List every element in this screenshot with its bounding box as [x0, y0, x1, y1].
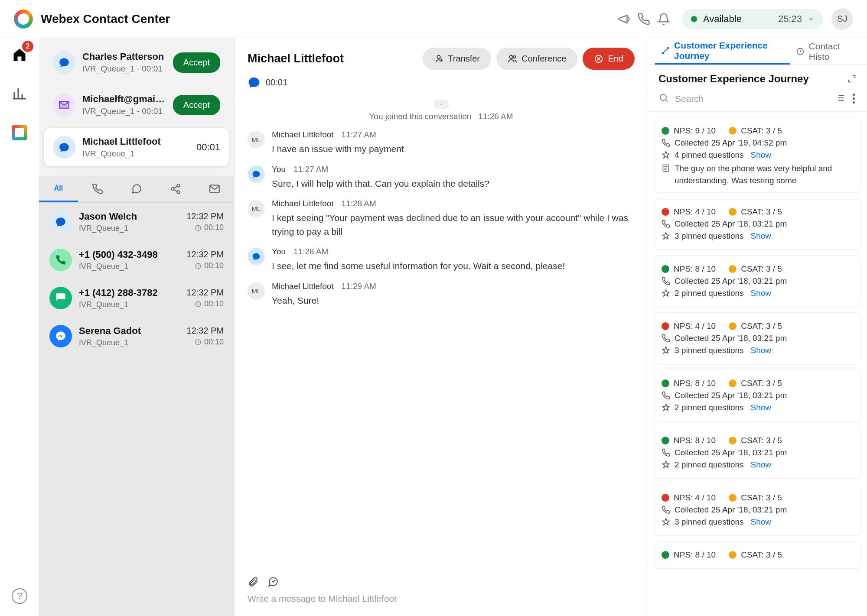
nps-label: NPS: 9 / 10	[674, 126, 716, 136]
csat-label: CSAT: 3 / 5	[741, 264, 782, 274]
history-tab-all[interactable]: All	[39, 176, 78, 202]
tab-contact-history[interactable]: Contact Histo	[790, 38, 860, 65]
message-time: 11:28 AM	[293, 247, 328, 256]
accept-button[interactable]: Accept	[173, 95, 220, 115]
nps-dot-icon	[662, 551, 669, 559]
svg-point-1	[171, 188, 174, 191]
csat-label: CSAT: 3 / 5	[741, 436, 782, 445]
collected-text: Collected 25 Apr '18, 03:21 pm	[675, 219, 787, 229]
journey-card[interactable]: NPS: 8 / 10 CSAT: 3 / 5	[654, 541, 861, 569]
history-tab-email[interactable]	[195, 176, 234, 202]
nav-home[interactable]: 2	[7, 42, 32, 67]
customer-avatar: ML	[248, 282, 265, 300]
task-name: Charles Patterson	[82, 51, 166, 62]
incoming-task[interactable]: Michaelft@gmail.c.. IVR_Queue_1 - 00:01 …	[44, 86, 229, 124]
user-avatar[interactable]: SJ	[831, 8, 853, 30]
nav-analytics[interactable]	[7, 81, 32, 106]
history-list: Jason Welch IVR_Queue_1 12:32 PM 00:10 +…	[39, 203, 234, 616]
message-time: 11:29 AM	[342, 282, 376, 291]
history-item[interactable]: +1 (500) 432-3498 IVR_Queue_1 12:32 PM 0…	[39, 241, 234, 279]
journey-search-input[interactable]	[675, 94, 829, 104]
message-time: 11:27 AM	[342, 130, 376, 139]
nps-label: NPS: 8 / 10	[674, 436, 716, 445]
conference-button[interactable]: Conference	[496, 48, 577, 70]
show-link[interactable]: Show	[751, 403, 772, 412]
availability-label: Available	[703, 13, 742, 25]
nps-dot-icon	[662, 437, 669, 444]
tab-customer-journey[interactable]: Customer Experience Journey	[655, 38, 790, 65]
nav-logo[interactable]	[7, 120, 32, 145]
journey-card[interactable]: NPS: 4 / 10 CSAT: 3 / 5 Collected 25 Apr…	[654, 312, 861, 364]
show-link[interactable]: Show	[751, 460, 772, 470]
header: Webex Contact Center Available 25:23 SJ	[0, 0, 867, 38]
history-duration: 00:10	[186, 299, 224, 308]
csat-dot-icon	[729, 265, 737, 273]
task-sub: IVR_Queue_1 - 00:01	[82, 107, 166, 116]
journey-card[interactable]: NPS: 9 / 10 CSAT: 3 / 5 Collected 25 Apr…	[654, 117, 861, 193]
journey-card[interactable]: NPS: 4 / 10 CSAT: 3 / 5 Collected 25 Apr…	[654, 484, 861, 536]
transfer-button[interactable]: Transfer	[423, 48, 491, 70]
csat-label: CSAT: 3 / 5	[741, 550, 782, 560]
clock-icon	[796, 46, 805, 57]
incoming-task[interactable]: Charles Patterson IVR_Queue_1 - 00:01 Ac…	[44, 43, 229, 81]
agent-avatar-icon	[248, 165, 265, 183]
active-task[interactable]: Michael Littlefoot IVR_Queue_1 00:01	[44, 128, 229, 166]
sort-icon[interactable]	[835, 93, 845, 104]
csat-dot-icon	[729, 322, 737, 330]
journey-icon	[661, 45, 670, 56]
history-tab-social[interactable]	[156, 176, 195, 202]
message: You11:28 AM I see, let me find some usef…	[248, 247, 635, 273]
quick-reply-icon[interactable]	[267, 576, 279, 587]
history-tab-chat[interactable]	[117, 176, 156, 202]
csat-label: CSAT: 3 / 5	[741, 126, 782, 136]
conversation-body: You joined this conversation11:26 AM ML …	[235, 95, 648, 568]
message: ML Michael Littlefoot11:27 AM I have an …	[248, 130, 635, 156]
message-time: 11:28 AM	[342, 199, 376, 208]
svg-point-2	[177, 191, 180, 194]
availability-selector[interactable]: Available 25:23	[682, 9, 823, 29]
csat-dot-icon	[729, 379, 737, 387]
phone-icon[interactable]	[634, 9, 654, 29]
svg-point-12	[662, 52, 664, 54]
svg-point-13	[667, 48, 668, 49]
system-message: You joined this conversation11:26 AM	[248, 112, 635, 121]
journey-card[interactable]: NPS: 8 / 10 CSAT: 3 / 5 Collected 25 Apr…	[654, 427, 861, 479]
csat-dot-icon	[729, 494, 737, 502]
journey-title: Customer Experience Journey	[658, 73, 847, 85]
message-input[interactable]	[248, 593, 635, 604]
history-item[interactable]: Serena Gadot IVR_Queue_1 12:32 PM 00:10	[39, 317, 234, 355]
attach-icon[interactable]	[248, 576, 259, 587]
bell-icon[interactable]	[654, 9, 674, 29]
tab-label: Contact Histo	[809, 41, 854, 62]
sms-icon	[49, 287, 72, 309]
svg-point-8	[437, 55, 440, 58]
message-sender: Michael Littlefoot	[272, 199, 334, 208]
pinned-text: 2 pinned questions	[675, 460, 744, 470]
more-menu[interactable]	[851, 92, 857, 105]
help-button[interactable]: ?	[12, 588, 27, 604]
show-link[interactable]: Show	[751, 517, 772, 527]
journey-card[interactable]: NPS: 8 / 10 CSAT: 3 / 5 Collected 25 Apr…	[654, 370, 861, 421]
journey-card[interactable]: NPS: 8 / 10 CSAT: 3 / 5 Collected 25 Apr…	[654, 255, 861, 307]
announcement-icon[interactable]	[614, 9, 634, 29]
csat-dot-icon	[729, 551, 737, 559]
agent-avatar-icon	[248, 248, 265, 265]
journey-card[interactable]: NPS: 4 / 10 CSAT: 3 / 5 Collected 25 Apr…	[654, 198, 861, 250]
show-link[interactable]: Show	[751, 231, 772, 241]
svg-point-0	[177, 184, 180, 187]
show-link[interactable]: Show	[751, 289, 772, 298]
show-link[interactable]: Show	[751, 346, 772, 355]
expand-toggle[interactable]	[434, 100, 449, 109]
history-item[interactable]: Jason Welch IVR_Queue_1 12:32 PM 00:10	[39, 203, 234, 241]
end-button[interactable]: End	[583, 48, 635, 70]
show-link[interactable]: Show	[751, 150, 772, 160]
csat-label: CSAT: 3 / 5	[741, 207, 782, 217]
history-item[interactable]: +1 (412) 288-3782 IVR_Queue_1 12:32 PM 0…	[39, 279, 234, 317]
customer-avatar: ML	[248, 131, 265, 148]
accept-button[interactable]: Accept	[173, 52, 220, 73]
status-dot-icon	[691, 16, 697, 22]
history-tab-calls[interactable]	[78, 176, 117, 202]
csat-dot-icon	[729, 127, 737, 135]
message-text: Sure, I will help with that. Can you exp…	[272, 177, 635, 191]
expand-icon[interactable]	[847, 74, 857, 84]
